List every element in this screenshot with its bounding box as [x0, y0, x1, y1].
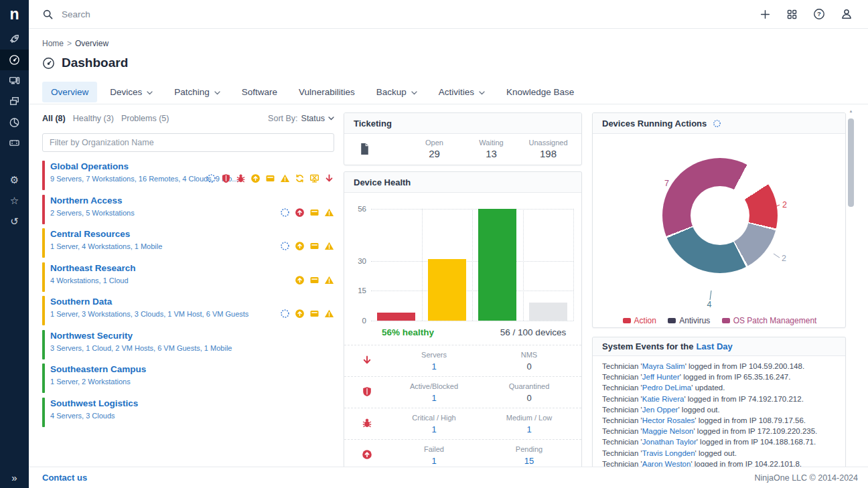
- ninjaone-logo[interactable]: n: [0, 0, 29, 29]
- critical-high-count[interactable]: 1: [397, 424, 471, 434]
- org-name[interactable]: Southern Data: [50, 294, 334, 307]
- technician-link[interactable]: Aaron Weston: [642, 460, 691, 467]
- pending-count[interactable]: 15: [492, 456, 566, 466]
- org-name[interactable]: Southeastern Campus: [50, 361, 334, 374]
- scrollbar-up-arrow[interactable]: ▲: [848, 109, 854, 113]
- tab-knowledge-base[interactable]: Knowledge Base: [498, 82, 583, 102]
- search-input[interactable]: [60, 9, 261, 20]
- reboot-pending-icon[interactable]: [295, 309, 305, 319]
- spinner-icon[interactable]: [280, 208, 290, 218]
- medium-low-count[interactable]: 1: [492, 424, 566, 434]
- legend-os-patch-management[interactable]: OS Patch Management: [722, 315, 817, 327]
- legend-action[interactable]: Action: [623, 315, 656, 327]
- content-scrollbar[interactable]: ▲: [848, 109, 854, 467]
- active-blocked-count[interactable]: 1: [397, 393, 471, 403]
- org-item-southern-data[interactable]: Southern Data 1 Server, 3 Workstations, …: [42, 294, 334, 328]
- user-profile-icon[interactable]: [841, 8, 853, 20]
- tab-activities[interactable]: Activities: [430, 82, 494, 102]
- disk-icon[interactable]: [309, 241, 319, 251]
- organization-filter-input[interactable]: [42, 133, 334, 152]
- add-plus-icon[interactable]: [760, 9, 771, 20]
- sidebar-item-apps[interactable]: [0, 91, 29, 112]
- disk-icon[interactable]: [265, 173, 275, 183]
- org-name[interactable]: Northeast Research: [50, 260, 334, 273]
- reboot-pending-icon[interactable]: [250, 173, 261, 183]
- technician-link[interactable]: Jonathan Taylor: [642, 438, 697, 446]
- org-item-southeastern-campus[interactable]: Southeastern Campus 1 Server, 2 Workstat…: [42, 361, 334, 396]
- help-icon[interactable]: ?: [813, 8, 825, 20]
- sidebar-item-getting-started[interactable]: [0, 29, 29, 50]
- scrollbar-thumb[interactable]: [848, 118, 854, 207]
- org-item-global-operations[interactable]: Global Operations 9 Servers, 7 Workstati…: [42, 159, 334, 193]
- org-name[interactable]: Central Resources: [50, 226, 334, 239]
- failed-count[interactable]: 1: [397, 456, 471, 466]
- apps-grid-icon[interactable]: [786, 9, 798, 20]
- tab-patching[interactable]: Patching: [165, 82, 229, 102]
- technician-link[interactable]: Jen Opper: [642, 406, 678, 414]
- warning-triangle-icon[interactable]: [324, 275, 334, 285]
- filter-healthy[interactable]: Healthy (3): [73, 114, 114, 123]
- breadcrumb-home[interactable]: Home: [42, 39, 64, 48]
- technician-link[interactable]: Hector Rosales: [642, 416, 695, 424]
- warning-triangle-icon[interactable]: [280, 173, 290, 183]
- disk-icon[interactable]: [309, 275, 319, 285]
- org-item-northern-access[interactable]: Northern Access 2 Servers, 5 Workstation…: [42, 193, 334, 227]
- spinner-icon[interactable]: [280, 241, 290, 251]
- reboot-pending-icon[interactable]: [295, 275, 305, 285]
- legend-software-patch-management[interactable]: Software Patch Management: [603, 327, 718, 328]
- warning-triangle-icon[interactable]: [324, 241, 334, 251]
- reboot-pending-icon[interactable]: [295, 241, 305, 251]
- sidebar-item-settings[interactable]: ⚙: [0, 169, 29, 190]
- tab-overview[interactable]: Overview: [42, 82, 97, 102]
- health-row-servers: Servers1 NMS0: [344, 345, 581, 376]
- threat-bug-icon[interactable]: [236, 173, 246, 183]
- tab-backup[interactable]: Backup: [368, 82, 426, 102]
- org-item-northeast-research[interactable]: Northeast Research 4 Workstations, 1 Clo…: [42, 260, 334, 295]
- org-name[interactable]: Northwest Security: [50, 328, 334, 341]
- sidebar-item-favorites[interactable]: ☆: [0, 190, 29, 211]
- legend-virtualization[interactable]: Virtualization: [729, 327, 786, 328]
- technician-link[interactable]: Mayra Salim: [642, 362, 685, 370]
- warning-triangle-icon[interactable]: [324, 208, 334, 218]
- org-name[interactable]: Global Operations: [50, 159, 334, 171]
- down-arrow-icon[interactable]: [324, 173, 334, 183]
- technician-link[interactable]: Katie Rivera: [642, 395, 684, 403]
- disk-icon[interactable]: [309, 309, 319, 319]
- antivirus-shield-icon[interactable]: [221, 173, 231, 183]
- legend-antivirus[interactable]: Antivirus: [668, 315, 710, 327]
- sidebar-item-ticketing[interactable]: [0, 133, 29, 153]
- org-item-southwest-logistics[interactable]: Southwest Logistics 4 Servers, 3 Clouds: [42, 396, 334, 430]
- reboot-pending-icon[interactable]: [295, 208, 305, 218]
- disk-icon[interactable]: [309, 208, 319, 218]
- ticketing-header: Ticketing: [344, 113, 581, 134]
- technician-link[interactable]: Travis Longden: [642, 449, 695, 457]
- org-name[interactable]: Southwest Logistics: [50, 396, 334, 408]
- sort-by-dropdown[interactable]: Sort By:Status: [268, 114, 334, 123]
- warning-triangle-icon[interactable]: [324, 309, 334, 319]
- servers-down-count[interactable]: 1: [397, 361, 471, 372]
- sidebar-expand-button[interactable]: »: [0, 467, 29, 488]
- filter-problems[interactable]: Problems (5): [121, 114, 169, 123]
- tab-software[interactable]: Software: [233, 82, 286, 102]
- tab-devices[interactable]: Devices: [101, 82, 161, 102]
- tab-vulnerabilities[interactable]: Vulnerabilities: [290, 82, 364, 102]
- sidebar-item-devices[interactable]: [0, 70, 29, 91]
- sidebar-item-dashboard[interactable]: [0, 50, 29, 70]
- monitor-x-icon[interactable]: [309, 173, 319, 183]
- search-icon[interactable]: [42, 9, 54, 20]
- refresh-icon[interactable]: [295, 173, 305, 183]
- technician-link[interactable]: Maggie Nelson: [642, 427, 694, 435]
- spinner-icon[interactable]: [280, 309, 290, 319]
- org-item-northwest-security[interactable]: Northwest Security 3 Servers, 1 Cloud, 2…: [42, 328, 334, 362]
- org-name[interactable]: Northern Access: [50, 193, 334, 206]
- technician-link[interactable]: Pedro DeLima: [642, 384, 692, 392]
- filter-all[interactable]: All (8): [42, 114, 66, 123]
- legend-backup[interactable]: Backup: [798, 327, 837, 328]
- sidebar-item-history[interactable]: ↺: [0, 211, 29, 232]
- contact-us-link[interactable]: Contact us: [42, 473, 87, 483]
- time-range-link[interactable]: Last Day: [697, 341, 733, 351]
- org-item-central-resources[interactable]: Central Resources 1 Server, 4 Workstatio…: [42, 226, 334, 260]
- technician-link[interactable]: Jeff Hunter: [642, 373, 680, 381]
- sidebar-item-reports[interactable]: [0, 112, 29, 133]
- spinner-icon[interactable]: [206, 173, 216, 183]
